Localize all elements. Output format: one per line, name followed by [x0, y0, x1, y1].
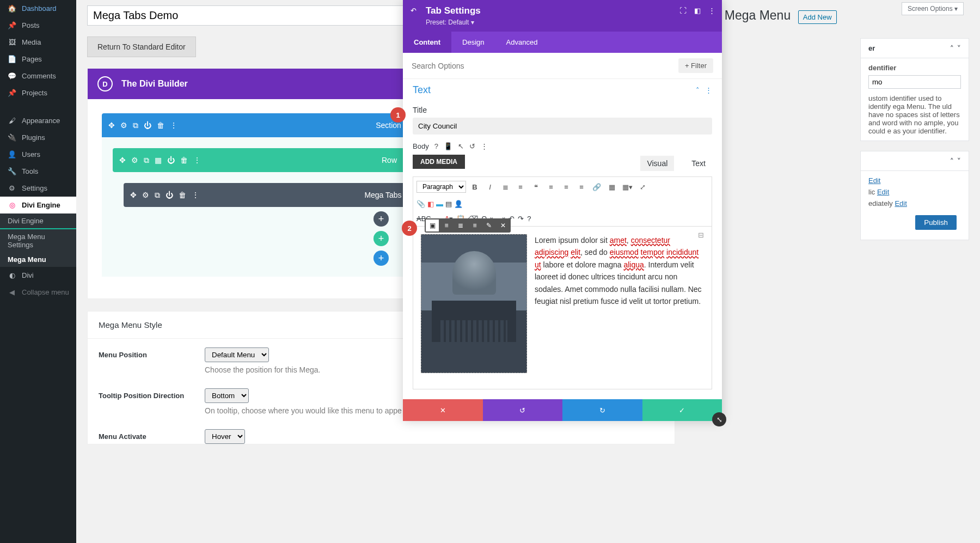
trash-icon[interactable]: 🗑	[180, 156, 188, 164]
publish-button[interactable]: Publish	[915, 215, 957, 230]
sidebar-item-divi-engine[interactable]: ◎Divi Engine	[0, 197, 76, 213]
quote-icon[interactable]: ❝	[529, 180, 542, 193]
sidebar-collapse-button[interactable]: ◀Collapse menu	[0, 284, 76, 301]
menu-activate-select[interactable]: Hover	[205, 429, 245, 444]
sidebar-item-plugins[interactable]: 🔌Plugins	[0, 129, 76, 146]
img-align-none-icon[interactable]: ≡	[468, 219, 481, 231]
cancel-button[interactable]: ✕	[403, 399, 483, 421]
more-icon[interactable]: ⋮	[705, 86, 712, 94]
save-button[interactable]: ✓	[642, 399, 722, 421]
img-align-right-icon[interactable]: ≣	[454, 219, 467, 231]
sidebar-item-divi[interactable]: ◐Divi	[0, 267, 76, 284]
more-icon[interactable]: ⋮	[481, 142, 488, 150]
identifier-input[interactable]	[868, 75, 961, 89]
link-icon[interactable]: 🔗	[590, 180, 603, 193]
img-remove-icon[interactable]: ✕	[497, 219, 510, 231]
more-icon[interactable]: ⋮	[192, 191, 199, 199]
power-icon[interactable]: ⏻	[166, 191, 173, 199]
more-icon[interactable]: ⋮	[170, 121, 177, 130]
sidebar-item-users[interactable]: 👤Users	[0, 146, 76, 163]
ol-icon[interactable]: ≡	[514, 180, 527, 193]
filter-button[interactable]: + Filter	[678, 58, 713, 73]
sidebar-item-projects[interactable]: 📌Projects	[0, 84, 76, 101]
duplicate-icon[interactable]: ⧉	[155, 191, 160, 200]
color1-icon[interactable]: ◧	[427, 200, 434, 208]
resize-handle[interactable]: ⤡	[712, 412, 726, 426]
sidebar-item-comments[interactable]: 💬Comments	[0, 68, 76, 84]
back-arrow-icon[interactable]: ↶	[411, 7, 416, 15]
text-section-head[interactable]: Text ˄⋮	[403, 79, 722, 101]
sidebar-item-posts[interactable]: 📌Posts	[0, 17, 76, 34]
table-icon[interactable]: ▦▾	[621, 180, 634, 193]
modal-preset[interactable]: Preset: Default ▾	[426, 19, 713, 26]
chevron-down-icon[interactable]: ˅	[957, 44, 961, 52]
add-media-button[interactable]: ADD MEDIA	[413, 155, 465, 169]
tab-design[interactable]: Design	[451, 32, 495, 53]
panel-head[interactable]: ˄˅	[861, 151, 969, 171]
sidebar-item-dashboard[interactable]: 🏠Dashboard	[0, 0, 76, 17]
move-icon[interactable]: ✥	[119, 156, 126, 164]
submenu-item-mega-menu-settings[interactable]: Mega Menu Settings	[0, 229, 76, 252]
search-options-input[interactable]	[412, 62, 678, 70]
expand-icon[interactable]: ⛶	[679, 7, 687, 15]
add-module-button[interactable]: +	[373, 211, 389, 227]
insert-icon[interactable]: ▦	[605, 180, 618, 193]
undo-button[interactable]: ↺	[483, 399, 563, 421]
fullscreen-icon[interactable]: ⤢	[636, 180, 649, 193]
more-icon[interactable]: ⋮	[193, 156, 201, 164]
paragraph-select[interactable]: Paragraph	[416, 181, 466, 193]
edit-schedule-link[interactable]: Edit	[895, 199, 906, 208]
align-center-icon[interactable]: ≡	[560, 180, 573, 193]
editor-image[interactable]: ▣ ≡ ≣ ≡ ✎ ✕	[421, 234, 527, 373]
tab-advanced[interactable]: Advanced	[495, 32, 549, 53]
trash-icon[interactable]: 🗑	[157, 121, 164, 130]
more-icon[interactable]: ⋮	[708, 7, 715, 15]
redo-icon[interactable]: ↷	[518, 215, 524, 223]
add-new-button[interactable]: Add New	[798, 10, 837, 24]
sidebar-item-appearance[interactable]: 🖌Appearance	[0, 112, 76, 129]
edit-visibility-link[interactable]: Edit	[877, 188, 889, 196]
editor-content[interactable]: ⊟ ▣ ≡ ≣ ≡ ✎ ✕ Lorem ipsum dolor sit amet…	[413, 226, 712, 389]
gear-icon[interactable]: ⚙	[131, 156, 138, 164]
img-edit-icon[interactable]: ✎	[482, 219, 495, 231]
chevron-up-icon[interactable]: ˄	[950, 157, 954, 165]
chevron-up-icon[interactable]: ˄	[696, 86, 700, 94]
gear-icon[interactable]: ⚙	[142, 191, 149, 199]
add-row-button[interactable]: +	[373, 231, 389, 246]
submenu-item-divi-engine[interactable]: Divi Engine	[0, 213, 76, 229]
move-icon[interactable]: ✥	[108, 121, 115, 130]
return-standard-editor-button[interactable]: Return To Standard Editor	[87, 36, 196, 57]
format-icon[interactable]: ▤	[445, 200, 452, 208]
sidebar-item-pages[interactable]: 📄Pages	[0, 51, 76, 68]
edit-status-link[interactable]: Edit	[868, 176, 880, 185]
reset-icon[interactable]: ↺	[469, 142, 475, 150]
panel-head[interactable]: er ˄˅	[861, 39, 969, 58]
redo-button[interactable]: ↻	[562, 399, 642, 421]
tooltip-direction-select[interactable]: Bottom	[205, 388, 249, 403]
align-left-icon[interactable]: ≡	[544, 180, 558, 193]
help-icon[interactable]: ?	[434, 142, 438, 150]
duplicate-icon[interactable]: ⧉	[144, 156, 149, 165]
submenu-item-mega-menu[interactable]: Mega Menu	[0, 252, 76, 267]
gear-icon[interactable]: ⚙	[120, 121, 127, 130]
sidebar-item-tools[interactable]: 🔧Tools	[0, 163, 76, 180]
title-field-input[interactable]	[413, 118, 712, 135]
trash-icon[interactable]: 🗑	[179, 191, 186, 199]
editor-tab-text[interactable]: Text	[685, 156, 712, 171]
menu-position-select[interactable]: Default Menu	[205, 347, 269, 362]
extend-icon[interactable]: ⊟	[698, 231, 704, 239]
italic-icon[interactable]: I	[483, 180, 497, 193]
bold-icon[interactable]: B	[468, 180, 481, 193]
user-icon[interactable]: 👤	[454, 200, 463, 208]
hover-icon[interactable]: ↖	[458, 142, 464, 150]
chevron-down-icon[interactable]: ˅	[957, 157, 961, 165]
sidebar-item-media[interactable]: 🖼Media	[0, 34, 76, 51]
help-icon[interactable]: ?	[527, 215, 531, 223]
duplicate-icon[interactable]: ⧉	[133, 121, 138, 130]
columns-icon[interactable]: ▦	[155, 156, 162, 164]
add-section-button[interactable]: +	[373, 251, 389, 266]
img-align-left-icon[interactable]: ▣	[426, 219, 439, 231]
snap-icon[interactable]: ◧	[694, 7, 701, 15]
ul-icon[interactable]: ≣	[499, 180, 512, 193]
attach-icon[interactable]: 📎	[416, 200, 425, 208]
